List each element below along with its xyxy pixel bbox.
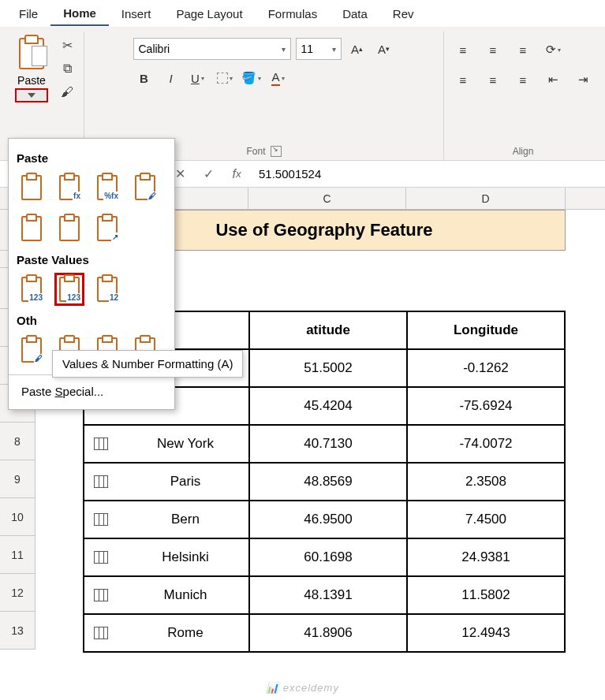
menubar: FileHomeInsertPage LayoutFormulasDataRev (0, 0, 605, 27)
map-icon (94, 551, 108, 564)
font-dialog-launcher[interactable] (271, 146, 282, 157)
clipboard-icon (16, 35, 47, 73)
alignment-group: ≡ ≡ ≡ ⟳▾ ≡ ≡ ≡ ⇤ ⇥ Align (444, 32, 602, 160)
table-row: Bern46.95007.4500 (84, 501, 565, 538)
menu-home[interactable]: Home (50, 2, 109, 26)
lat-cell[interactable]: 41.8906 (249, 614, 407, 652)
table-row: Munich48.139111.5802 (84, 576, 565, 614)
formula-value[interactable]: 51.5001524 (251, 167, 605, 181)
italic-button[interactable]: I (160, 68, 182, 88)
font-name-value: Calibri (139, 43, 170, 55)
row-header[interactable]: 10 (0, 498, 35, 536)
paste-formulas-fmt-icon[interactable]: %fx (92, 171, 122, 204)
font-size-select[interactable]: 11▾ (296, 38, 342, 60)
lat-cell[interactable]: 46.9500 (249, 501, 407, 538)
align-middle-icon[interactable]: ≡ (482, 39, 504, 60)
paste-transpose-icon[interactable]: ↗ (92, 212, 122, 245)
lon-cell[interactable]: 12.4943 (407, 614, 565, 652)
increase-indent-icon[interactable]: ⇥ (572, 69, 594, 90)
table-row: New York40.7130-74.0072 (84, 425, 565, 463)
city-cell[interactable]: Helsinki (84, 538, 249, 576)
map-icon (94, 589, 108, 601)
lat-cell[interactable]: 40.7130 (249, 425, 407, 463)
align-top-icon[interactable]: ≡ (452, 39, 474, 60)
map-icon (94, 475, 108, 488)
paste-all-icon[interactable] (17, 171, 47, 204)
decrease-font-icon[interactable]: A▾ (373, 39, 395, 59)
align-group-label: Align (513, 146, 534, 157)
font-color-button[interactable]: A▾ (267, 68, 289, 88)
col-header[interactable]: D (406, 188, 566, 209)
lon-cell[interactable]: -0.1262 (407, 349, 565, 387)
row-header[interactable]: 8 (0, 423, 35, 460)
paste-noborders-icon[interactable] (17, 212, 47, 245)
lon-cell[interactable]: 24.9381 (407, 538, 565, 576)
paste-values-icon[interactable]: 123 (17, 273, 47, 306)
menu-file[interactable]: File (6, 2, 50, 25)
enter-icon[interactable]: ✓ (194, 166, 222, 181)
cut-icon[interactable]: ✂ (58, 36, 76, 54)
align-left-icon[interactable]: ≡ (452, 69, 474, 90)
paste-special-item[interactable]: Paste Special... (17, 378, 166, 404)
dd-section-values: Paste Values (17, 253, 166, 266)
col-header[interactable]: C (248, 188, 406, 209)
copy-icon[interactable]: ⧉ (58, 60, 76, 77)
row-header[interactable]: 13 (0, 612, 35, 650)
menu-insert[interactable]: Insert (109, 2, 164, 25)
lon-cell[interactable]: -74.0072 (407, 425, 565, 463)
paste-button[interactable]: Paste (8, 32, 55, 102)
dd-section-other: Oth (17, 314, 166, 327)
th-latitude[interactable]: atitude (249, 311, 407, 349)
menu-page-layout[interactable]: Page Layout (163, 2, 255, 25)
paste-colwidth-icon[interactable] (54, 212, 84, 245)
menu-data[interactable]: Data (330, 2, 380, 25)
table-row: Helsinki60.169824.9381 (84, 538, 565, 576)
bold-button[interactable]: B (133, 68, 155, 88)
lat-cell[interactable]: 51.5002 (249, 349, 407, 387)
borders-button[interactable]: ▾ (214, 68, 236, 88)
row-header[interactable]: 12 (0, 574, 35, 612)
dd-section-paste: Paste (17, 151, 166, 165)
font-name-select[interactable]: Calibri▾ (133, 38, 291, 60)
table-row: Rome41.890612.4943 (84, 614, 565, 652)
menu-rev[interactable]: Rev (380, 2, 427, 25)
format-painter-icon[interactable]: 🖌 (58, 84, 76, 101)
map-icon (94, 438, 108, 450)
city-cell[interactable]: Rome (84, 614, 249, 652)
lon-cell[interactable]: 11.5802 (407, 576, 565, 614)
th-longitude[interactable]: Longitude (407, 311, 565, 349)
underline-button[interactable]: U▾ (187, 68, 209, 88)
map-icon (94, 627, 108, 639)
city-cell[interactable]: Munich (84, 576, 249, 614)
fx-icon[interactable]: fx (222, 167, 251, 181)
lat-cell[interactable]: 48.1391 (249, 576, 407, 614)
lon-cell[interactable]: 7.4500 (407, 501, 565, 538)
paste-values-source-fmt-icon[interactable]: 12 (92, 273, 122, 306)
paste-formatting-icon[interactable]: 🖌 (17, 333, 47, 367)
lon-cell[interactable]: 2.3508 (407, 463, 565, 501)
decrease-indent-icon[interactable]: ⇤ (542, 69, 564, 90)
paste-dropdown-arrow[interactable] (15, 88, 48, 102)
align-right-icon[interactable]: ≡ (512, 69, 534, 90)
city-cell[interactable]: Bern (84, 501, 249, 538)
align-bottom-icon[interactable]: ≡ (512, 39, 534, 60)
align-center-icon[interactable]: ≡ (482, 69, 504, 90)
paste-formulas-icon[interactable]: fx (54, 171, 84, 204)
lat-cell[interactable]: 60.1698 (249, 538, 407, 576)
fill-color-button[interactable]: 🪣▾ (241, 68, 263, 88)
table-row: Paris48.85692.3508 (84, 463, 565, 501)
font-group-label: Font (246, 146, 265, 157)
increase-font-icon[interactable]: A▴ (346, 39, 368, 59)
city-cell[interactable]: New York (84, 425, 249, 463)
lon-cell[interactable]: -75.6924 (407, 387, 565, 425)
city-cell[interactable]: Paris (84, 463, 249, 501)
orientation-icon[interactable]: ⟳▾ (542, 39, 564, 60)
lat-cell[interactable]: 48.8569 (249, 463, 407, 501)
menu-formulas[interactable]: Formulas (256, 2, 331, 25)
paste-keep-fmt-icon[interactable]: 🖌 (130, 171, 160, 204)
row-header[interactable]: 11 (0, 536, 35, 574)
lat-cell[interactable]: 45.4204 (249, 387, 407, 425)
row-header[interactable]: 9 (0, 460, 35, 498)
tooltip: Values & Number Formatting (A) (52, 350, 243, 378)
paste-values-number-fmt-icon[interactable]: 123 (54, 273, 84, 306)
